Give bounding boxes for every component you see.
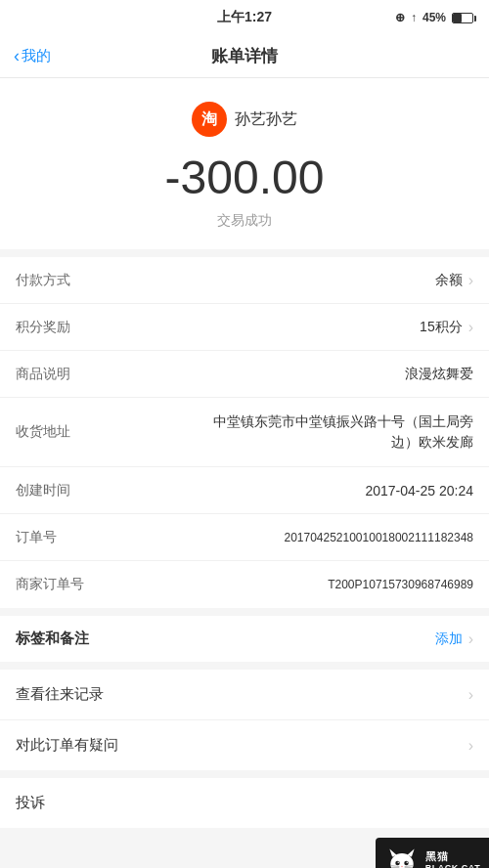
- direction-icon: ↑: [411, 11, 417, 24]
- payment-method-value: 余额 ›: [84, 272, 473, 289]
- points-row[interactable]: 积分奖励 15积分 ›: [0, 304, 489, 351]
- merchant-order-value: T200P10715730968746989: [84, 578, 473, 591]
- transaction-status: 交易成功: [217, 212, 272, 230]
- product-desc-value: 浪漫炫舞爱: [84, 366, 473, 383]
- merchant-order-label: 商家订单号: [16, 576, 84, 593]
- points-value: 15积分 ›: [84, 319, 473, 336]
- black-cat-watermark: 黑猫 BLACK CAT: [376, 838, 489, 868]
- order-number-label: 订单号: [16, 529, 84, 546]
- address-value: 中堂镇东莞市中堂镇振兴路十号（国土局旁边）欧米发廊: [200, 412, 473, 453]
- chevron-icon: ›: [468, 737, 473, 755]
- platform-avatar: 淘: [192, 102, 227, 137]
- action-section: 查看往来记录 › 对此订单有疑问 ›: [0, 670, 489, 770]
- payment-method-label: 付款方式: [16, 272, 84, 289]
- signal-icon: ⊕: [395, 11, 405, 24]
- chevron-icon: ›: [468, 272, 473, 289]
- tags-label: 标签和备注: [16, 629, 89, 648]
- created-time-value: 2017-04-25 20:24: [84, 483, 473, 499]
- back-arrow-icon: ‹: [14, 46, 20, 66]
- created-time-row: 创建时间 2017-04-25 20:24: [0, 467, 489, 514]
- chevron-icon: ›: [468, 319, 473, 336]
- back-button[interactable]: ‹ 我的: [14, 46, 51, 66]
- back-label: 我的: [22, 47, 51, 65]
- user-row: 淘 孙艺孙艺: [192, 102, 297, 137]
- chevron-icon: ›: [468, 630, 473, 648]
- svg-point-7: [401, 866, 403, 867]
- black-cat-chinese: 黑猫: [425, 850, 480, 863]
- status-bar: 上午1:27 ⊕ ↑ 45%: [0, 0, 489, 35]
- created-time-label: 创建时间: [16, 482, 84, 499]
- complaint-row[interactable]: 投诉: [0, 778, 489, 828]
- status-icons: ⊕ ↑ 45%: [395, 11, 473, 24]
- svg-point-5: [404, 861, 409, 866]
- tags-section: 标签和备注 添加 ›: [0, 616, 489, 662]
- black-cat-text-block: 黑猫 BLACK CAT: [425, 850, 480, 868]
- address-label: 收货地址: [16, 423, 84, 441]
- complaint-section: 投诉: [0, 778, 489, 828]
- header-section: 淘 孙艺孙艺 -300.00 交易成功: [0, 78, 489, 257]
- page-title: 账单详情: [211, 45, 278, 67]
- merchant-order-row: 商家订单号 T200P10715730968746989: [0, 561, 489, 608]
- chevron-icon: ›: [468, 686, 473, 704]
- product-desc-row: 商品说明 浪漫炫舞爱: [0, 351, 489, 398]
- product-desc-label: 商品说明: [16, 366, 84, 383]
- black-cat-icon: [384, 845, 420, 868]
- tags-row: 标签和备注 添加 ›: [0, 616, 489, 662]
- svg-point-4: [397, 861, 398, 862]
- status-time: 上午1:27: [217, 9, 272, 26]
- battery-percent: 45%: [422, 11, 446, 24]
- order-issue-row[interactable]: 对此订单有疑问 ›: [0, 720, 489, 770]
- svg-point-6: [406, 861, 407, 862]
- black-cat-english: BLACK CAT: [425, 863, 480, 868]
- transaction-amount: -300.00: [165, 151, 325, 204]
- order-number-row: 订单号 20170425210010018002111182348: [0, 514, 489, 561]
- svg-point-3: [395, 861, 400, 866]
- view-history-label: 查看往来记录: [16, 685, 104, 704]
- view-history-row[interactable]: 查看往来记录 ›: [0, 670, 489, 720]
- tags-add-button[interactable]: 添加 ›: [435, 630, 473, 648]
- order-issue-label: 对此订单有疑问: [16, 736, 118, 755]
- nav-bar: ‹ 我的 账单详情: [0, 35, 489, 78]
- points-label: 积分奖励: [16, 319, 84, 336]
- battery-icon: [452, 13, 473, 23]
- complaint-label: 投诉: [16, 794, 45, 812]
- user-name: 孙艺孙艺: [235, 109, 297, 130]
- detail-section: 付款方式 余额 › 积分奖励 15积分 › 商品说明 浪漫炫舞爱 收货地址 中堂…: [0, 257, 489, 608]
- address-row: 收货地址 中堂镇东莞市中堂镇振兴路十号（国土局旁边）欧米发廊: [0, 398, 489, 467]
- order-number-value: 20170425210010018002111182348: [84, 531, 473, 544]
- payment-method-row[interactable]: 付款方式 余额 ›: [0, 257, 489, 304]
